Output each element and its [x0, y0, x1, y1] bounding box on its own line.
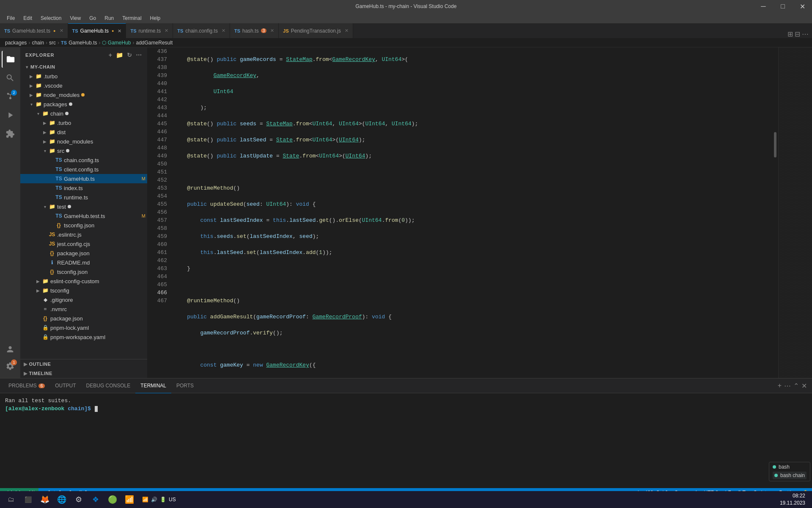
tree-item-tsconfig-folder[interactable]: ▶ 📁 tsconfig: [20, 286, 147, 295]
tree-item-readme[interactable]: ▶ ℹ README.md: [20, 258, 147, 267]
split-editor-icon[interactable]: ⊟: [795, 30, 800, 38]
timeline-section-header[interactable]: ▶ TIMELINE: [20, 369, 147, 378]
tab-runtime[interactable]: TS runtime.ts ✕: [126, 23, 173, 38]
taskbar-clock[interactable]: 08:22 19.11.2023: [780, 492, 809, 507]
split-terminal-icon[interactable]: ⋯: [784, 382, 791, 390]
tree-item-pnpm-lock[interactable]: ▶ 🔒 pnpm-lock.yaml: [20, 323, 147, 332]
menu-run[interactable]: Run: [101, 14, 117, 22]
tree-item-src[interactable]: ▾ 📁 src: [20, 146, 147, 155]
tree-item-chain-node-modules[interactable]: ▶ 📁 node_modules: [20, 137, 147, 146]
extensions-icon[interactable]: [2, 125, 19, 142]
bash-item-1[interactable]: bash: [773, 464, 807, 470]
tab-chain-config[interactable]: TS chain.config.ts ✕: [173, 23, 230, 38]
tab-gamehub[interactable]: TS GameHub.ts ● ✕: [68, 23, 126, 38]
tab-close[interactable]: ✕: [165, 28, 168, 33]
tab-terminal[interactable]: TERMINAL: [135, 378, 171, 393]
tree-item-vscode[interactable]: ▶ 📁 .vscode: [20, 81, 147, 90]
tree-item-chain-turbo[interactable]: ▶ 📁 .turbo: [20, 118, 147, 127]
tab-close[interactable]: ✕: [60, 28, 63, 33]
editor-scrollbar[interactable]: [772, 47, 778, 378]
tree-item-package-json[interactable]: ▶ {} package.json: [20, 248, 147, 258]
tab-debug-console[interactable]: DEBUG CONSOLE: [81, 378, 136, 393]
outline-section-header[interactable]: ▶ OUTLINE: [20, 359, 147, 369]
menu-go[interactable]: Go: [86, 14, 99, 22]
tree-item-runtime[interactable]: ▶ TS runtime.ts: [20, 193, 147, 202]
menu-edit[interactable]: Edit: [20, 14, 36, 22]
taskbar-terminal-icon[interactable]: ⬛: [20, 492, 36, 507]
maximize-button[interactable]: □: [773, 0, 793, 13]
tree-item-gamehub[interactable]: ▶ TS GameHub.ts M: [20, 174, 147, 183]
breadcrumb-chain[interactable]: chain: [32, 40, 44, 46]
maximize-panel-icon[interactable]: ⌃: [793, 382, 799, 390]
minimize-button[interactable]: ─: [754, 0, 773, 13]
tab-ports[interactable]: PORTS: [171, 378, 199, 393]
tab-output[interactable]: OUTPUT: [50, 378, 81, 393]
taskbar-files-icon[interactable]: 🗂: [3, 492, 19, 507]
editor-layout-icon[interactable]: ⊞: [787, 30, 793, 38]
tree-item-tsconfig-json[interactable]: ▶ {} tsconfig.json: [20, 221, 147, 230]
explorer-icon[interactable]: [2, 51, 19, 68]
tree-item-packages[interactable]: ▾ 📁 packages: [20, 99, 147, 109]
search-icon[interactable]: [2, 69, 19, 86]
tree-item-gamehub-test[interactable]: ▶ TS GameHub.test.ts M: [20, 211, 147, 221]
bash-item-2[interactable]: bash chain: [773, 472, 807, 479]
code-editor[interactable]: 436437438439440 441442443444445 44644744…: [147, 47, 812, 378]
tree-item-gitignore[interactable]: ▶ ◆ .gitignore: [20, 295, 147, 304]
menu-help[interactable]: Help: [147, 14, 164, 22]
taskbar-bluetooth-icon[interactable]: 📶: [122, 492, 137, 507]
taskbar-chrome-icon[interactable]: 🌐: [54, 492, 69, 507]
tab-close[interactable]: ✕: [222, 28, 225, 33]
tree-item-eslintrc[interactable]: ▶ JS .eslintrc.js: [20, 230, 147, 239]
breadcrumb-src[interactable]: src: [49, 40, 56, 46]
breadcrumb-file[interactable]: GameHub.ts: [69, 40, 97, 46]
tree-item-chain-config[interactable]: ▶ TS chain.config.ts: [20, 155, 147, 165]
new-file-icon[interactable]: +: [109, 52, 112, 58]
tree-item-tsconfig-json-2[interactable]: ▶ {} tsconfig.json: [20, 267, 147, 276]
run-debug-icon[interactable]: [2, 107, 19, 124]
tab-close[interactable]: ✕: [118, 28, 121, 34]
tree-item-client-config[interactable]: ▶ TS client.config.ts: [20, 165, 147, 174]
settings-icon[interactable]: 1: [2, 358, 19, 375]
tab-close[interactable]: ✕: [270, 28, 274, 33]
account-icon[interactable]: [2, 341, 19, 358]
collapse-icon[interactable]: ⋯: [136, 52, 142, 58]
taskbar-vscode-icon[interactable]: ❖: [88, 492, 103, 507]
tab-hash[interactable]: TS hash.ts 3 ✕: [230, 23, 279, 38]
tab-problems[interactable]: PROBLEMS 6: [3, 378, 50, 393]
tree-item-pnpm-workspace[interactable]: ▶ 🔒 pnpm-workspace.yaml: [20, 332, 147, 342]
refresh-icon[interactable]: ↻: [127, 52, 132, 58]
tree-item-chain[interactable]: ▾ 📁 chain: [20, 109, 147, 118]
taskbar-app-icon[interactable]: 🟢: [105, 492, 120, 507]
breadcrumb-class[interactable]: ⬡ GameHub: [102, 40, 131, 46]
tree-item-eslint-config[interactable]: ▶ 📁 eslint-config-custom: [20, 276, 147, 286]
tree-item-turbo[interactable]: ▶ 📁 .turbo: [20, 72, 147, 81]
menu-terminal[interactable]: Terminal: [119, 14, 145, 22]
menu-view[interactable]: View: [66, 14, 84, 22]
systray-language[interactable]: US: [169, 497, 176, 502]
new-folder-icon[interactable]: 📁: [116, 52, 123, 58]
menu-selection[interactable]: Selection: [37, 14, 65, 22]
close-button[interactable]: ✕: [793, 0, 812, 13]
code-content[interactable]: @state() public gameRecords = StateMap.f…: [170, 47, 772, 378]
breadcrumb-method[interactable]: addGameResult: [136, 40, 173, 46]
tree-item-node-modules[interactable]: ▶ 📁 node_modules: [20, 90, 147, 99]
source-control-icon[interactable]: 2: [2, 88, 19, 105]
tree-root[interactable]: ▾ MY-CHAIN: [20, 62, 147, 72]
tree-item-nvmrc[interactable]: ▶ = .nvmrc: [20, 304, 147, 314]
tree-item-root-package[interactable]: ▶ {} package.json: [20, 314, 147, 323]
tab-gamehub-test[interactable]: TS GameHub.test.ts ● ✕: [0, 23, 68, 38]
terminal-content[interactable]: Ran all test suites. [alex@alex-zenbook …: [0, 393, 812, 488]
tree-item-jest-config[interactable]: ▶ JS jest.config.cjs: [20, 239, 147, 248]
tab-close[interactable]: ✕: [345, 28, 348, 33]
breadcrumb-packages[interactable]: packages: [5, 40, 27, 46]
menu-file[interactable]: File: [3, 14, 18, 22]
tree-item-index[interactable]: ▶ TS index.ts: [20, 183, 147, 193]
scrollbar-thumb[interactable]: [774, 132, 776, 157]
tree-item-test[interactable]: ▾ 📁 test: [20, 202, 147, 211]
taskbar-settings-icon[interactable]: ⚙: [71, 492, 86, 507]
close-panel-icon[interactable]: ✕: [801, 382, 807, 390]
tree-item-dist[interactable]: ▶ 📁 dist: [20, 127, 147, 137]
taskbar-firefox-icon[interactable]: 🦊: [37, 492, 52, 507]
add-terminal-icon[interactable]: +: [778, 382, 782, 389]
tab-pending[interactable]: JS PendingTransaction.js ✕: [279, 23, 353, 38]
